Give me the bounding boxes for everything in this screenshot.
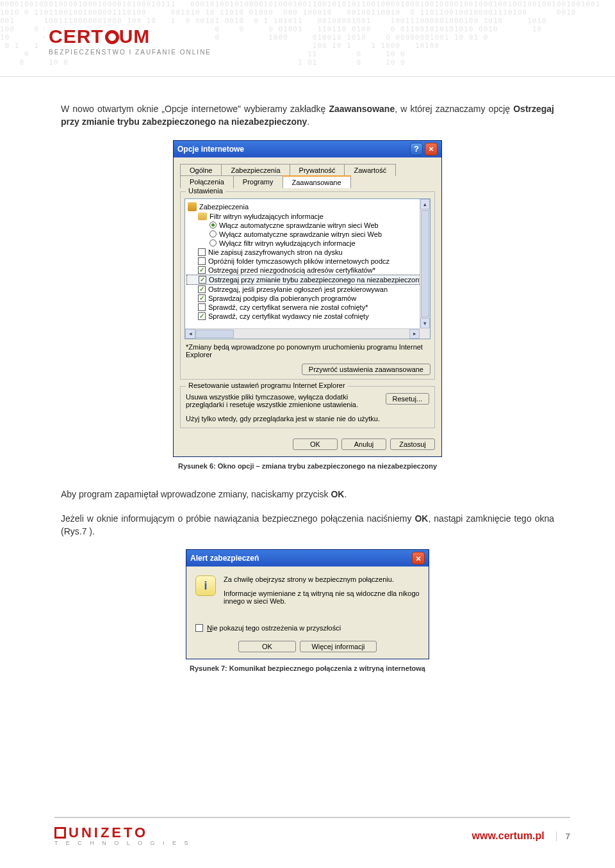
checkbox-icon: ✓ <box>199 276 206 284</box>
alert-moreinfo-label: Więcej informacji <box>311 643 365 650</box>
figure-7-caption: Rysunek 7: Komunikat bezpiecznego połącz… <box>61 664 554 672</box>
tab-security[interactable]: Zabezpieczenia <box>221 164 290 176</box>
settings-listbox[interactable]: Zabezpieczenia Filtr witryn wyłudzającyc… <box>184 198 430 339</box>
checkbox-icon: ✓ <box>198 294 206 302</box>
reset-legend: Resetowanie ustawień programu Internet E… <box>186 382 348 389</box>
p1-e: . <box>307 117 309 127</box>
radio-label-0: Włącz automatyczne sprawdzanie witryn si… <box>219 221 379 229</box>
radio-icon <box>209 221 217 229</box>
vertical-scrollbar[interactable]: ▴ ▾ <box>420 199 430 328</box>
settings-groupbox: Ustawienia Zabezpieczenia Filtr witryn w… <box>180 191 435 380</box>
tabs-row-2: Połączenia Programy Zaawansowane <box>180 175 435 188</box>
tab-advanced[interactable]: Zaawansowane <box>283 175 351 188</box>
check-item-3-highlight[interactable]: ✓ Ostrzegaj przy zmianie trybu zabezpiec… <box>186 275 429 285</box>
p1-a: W nowo otwartym oknie „Opcje internetowe… <box>61 104 329 114</box>
alert-close-button[interactable]: × <box>412 552 425 565</box>
tab-programs[interactable]: Programy <box>233 175 283 188</box>
check-label-5: Sprawdzaj podpisy dla pobieranych progra… <box>208 294 356 302</box>
scroll-right-icon[interactable]: ▸ <box>409 329 420 339</box>
check-item-1[interactable]: Opróżnij folder tymczasowych plików inte… <box>186 257 429 266</box>
dialog-titlebar: Opcje internetowe ? × <box>174 141 441 157</box>
page-footer: UNIZETO T E C H N O L O G I E S www.cert… <box>54 817 570 849</box>
alert-titlebar: Alert zabezpieczeń × <box>186 550 429 567</box>
scroll-corner <box>420 328 430 339</box>
info-icon: i <box>195 575 216 596</box>
radio-item-2[interactable]: Wyłącz filtr witryn wyłudzających inform… <box>186 239 429 248</box>
tree-sub-label: Filtr witryn wyłudzających informacje <box>209 213 324 220</box>
footer-brand: UNIZETO T E C H N O L O G I E S <box>54 826 192 846</box>
radio-item-0[interactable]: Włącz automatyczne sprawdzanie witryn si… <box>186 221 429 230</box>
check-item-0[interactable]: Nie zapisuj zaszyfrowanych stron na dysk… <box>186 248 429 257</box>
check-label-4: Ostrzegaj, jeśli przesyłanie ogłoszeń je… <box>208 285 388 293</box>
reset-footnote: Użyj tylko wtedy, gdy przeglądarka jest … <box>186 415 429 422</box>
dialog-title: Opcje internetowe <box>177 145 244 154</box>
check-label-2: Ostrzegaj przed niezgodnością adresów ce… <box>208 266 375 274</box>
reset-description: Usuwa wszystkie pliki tymczasowe, wyłącz… <box>186 393 381 408</box>
check-item-7[interactable]: ✓ Sprawdź, czy certyfikat wydawcy nie zo… <box>186 312 429 321</box>
alert-moreinfo-button[interactable]: Więcej informacji <box>300 641 377 652</box>
logo-part1: CERT <box>49 26 104 47</box>
unizeto-box-icon <box>54 827 66 839</box>
certum-logo: CERT UM BEZPIECZEŃSTWO I ZAUFANIE ONLINE <box>45 23 215 58</box>
checkbox-icon <box>198 257 206 265</box>
page-content: W nowo otwartym oknie „Opcje internetowe… <box>61 102 554 690</box>
scroll-down-icon[interactable]: ▾ <box>420 318 430 328</box>
p3-a: Jeżeli w oknie informującym o próbie naw… <box>61 513 414 524</box>
tab-connections[interactable]: Połączenia <box>180 175 234 188</box>
hscroll-thumb[interactable] <box>195 330 234 338</box>
scroll-thumb[interactable] <box>421 210 429 317</box>
logo-part2: UM <box>119 26 151 47</box>
tab-privacy[interactable]: Prywatność <box>290 164 345 176</box>
alert-title: Alert zabezpieczeń <box>190 554 259 563</box>
restore-defaults-button[interactable]: Przywróć ustawienia zaawansowane <box>302 364 430 375</box>
radio-label-1: Wyłącz automatyczne sprawdzanie witryn s… <box>219 230 382 238</box>
logo-o-icon <box>105 30 119 44</box>
radio-icon <box>209 239 217 246</box>
horizontal-scrollbar[interactable]: ◂ ▸ <box>185 328 420 339</box>
internet-options-dialog: Opcje internetowe ? × Ogólne Zabezpiecze… <box>173 140 442 457</box>
settings-legend: Ustawienia <box>186 187 226 195</box>
apply-button[interactable]: Zastosuj <box>390 438 435 450</box>
alert-ok-button[interactable]: OK <box>238 641 296 652</box>
scroll-left-icon[interactable]: ◂ <box>185 329 195 339</box>
help-button[interactable]: ? <box>410 143 423 156</box>
alert-text: Za chwilę obejrzysz strony w bezpiecznym… <box>224 575 420 611</box>
checkbox-icon: ✓ <box>198 266 206 274</box>
paragraph-1: W nowo otwartym oknie „Opcje internetowe… <box>61 102 554 129</box>
radio-item-1[interactable]: Wyłącz automatyczne sprawdzanie witryn s… <box>186 230 429 239</box>
check-label-0: Nie zapisuj zaszyfrowanych stron na dysk… <box>208 248 343 256</box>
check-item-4[interactable]: ✓ Ostrzegaj, jeśli przesyłanie ogłoszeń … <box>186 285 429 294</box>
p2-c: . <box>344 489 347 499</box>
check-item-6[interactable]: Sprawdź, czy certyfikat serwera nie zost… <box>186 303 429 312</box>
tree-sub-filter: Filtr witryn wyłudzających informacje <box>186 212 429 221</box>
checkbox-icon <box>198 303 206 311</box>
check-item-2[interactable]: ✓ Ostrzegaj przed niezgodnością adresów … <box>186 266 429 275</box>
tab-general[interactable]: Ogólne <box>180 164 222 176</box>
scroll-up-icon[interactable]: ▴ <box>420 199 430 209</box>
figure-6-caption: Rysunek 6: Okno opcji – zmiana trybu zab… <box>61 462 554 470</box>
tab-content[interactable]: Zawartość <box>344 164 396 176</box>
checkbox-icon <box>198 248 206 256</box>
checkbox-icon: ✓ <box>198 285 206 293</box>
paragraph-2: Aby program zapamiętał wprowadzone zmian… <box>61 488 554 501</box>
p1-c: , w której zaznaczamy opcję <box>395 104 513 114</box>
alert-suppress-row[interactable]: Nie pokazuj tego ostrzeżenia w przyszłoś… <box>195 624 420 632</box>
checkbox-icon <box>195 624 203 632</box>
folder-icon <box>198 213 207 220</box>
checkbox-icon: ✓ <box>198 312 206 320</box>
radio-icon <box>209 230 217 237</box>
check-label-1: Opróżnij folder tymczasowych plików inte… <box>208 257 390 265</box>
alert-line-1: Za chwilę obejrzysz strony w bezpiecznym… <box>224 575 420 583</box>
restart-note: *Zmiany będą wprowadzone po ponownym uru… <box>184 339 430 360</box>
header-binary-band: 000010010001000010001000010100010111 000… <box>0 0 615 77</box>
check-item-5[interactable]: ✓ Sprawdzaj podpisy dla pobieranych prog… <box>186 294 429 303</box>
reset-button[interactable]: Resetuj... <box>386 393 429 405</box>
security-alert-dialog: Alert zabezpieczeń × i Za chwilę obejrzy… <box>186 549 429 659</box>
check-label-6: Sprawdź, czy certyfikat serwera nie zost… <box>208 303 368 311</box>
alert-line-2: Informacje wymieniane z tą witryną nie s… <box>224 590 420 605</box>
check-label-7: Sprawdź, czy certyfikat wydawcy nie zost… <box>208 312 369 320</box>
ok-button[interactable]: OK <box>293 438 338 450</box>
radio-label-2: Wyłącz filtr witryn wyłudzających inform… <box>219 239 356 247</box>
cancel-button[interactable]: Anuluj <box>341 438 386 450</box>
close-button[interactable]: × <box>425 143 438 156</box>
